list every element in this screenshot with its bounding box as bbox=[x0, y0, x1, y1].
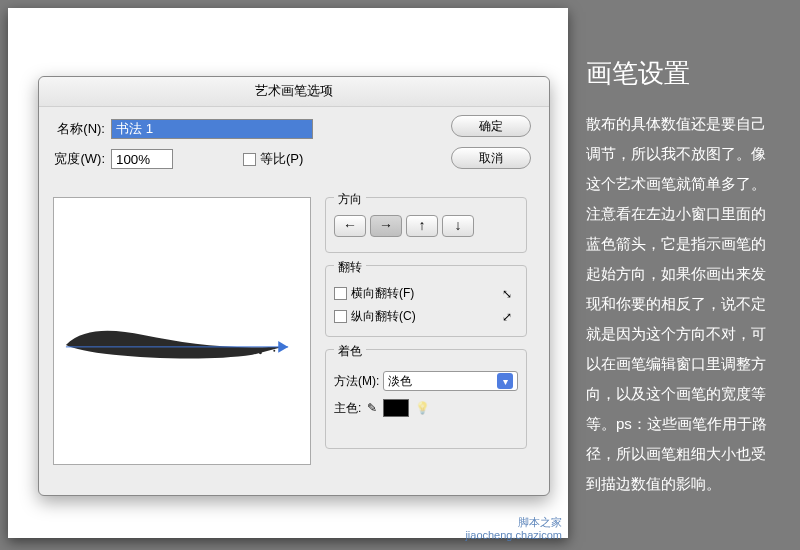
bulb-icon[interactable]: 💡 bbox=[415, 401, 430, 415]
article-sidebar: 画笔设置 散布的具体数值还是要自己调节，所以我不放图了。像这个艺术画笔就简单多了… bbox=[570, 0, 800, 550]
width-label: 宽度(W): bbox=[53, 150, 105, 168]
direction-legend: 方向 bbox=[334, 191, 366, 208]
width-input[interactable] bbox=[111, 149, 173, 169]
direction-group: 方向 ← → ↑ ↓ bbox=[325, 197, 527, 253]
method-value: 淡色 bbox=[388, 373, 412, 390]
flip-group: 翻转 横向翻转(F) ⤡ 纵向翻转(C) ⤢ bbox=[325, 265, 527, 337]
document-canvas: 艺术画笔选项 名称(N): 宽度(W): 等比(P) 确定 取消 bbox=[8, 8, 568, 538]
coloring-legend: 着色 bbox=[334, 343, 366, 360]
method-label: 方法(M): bbox=[334, 373, 379, 390]
direction-down-button[interactable]: ↓ bbox=[442, 215, 474, 237]
direction-up-button[interactable]: ↑ bbox=[406, 215, 438, 237]
svg-point-1 bbox=[259, 351, 262, 354]
flip-vert-icon: ⤢ bbox=[496, 310, 518, 324]
eyedropper-icon[interactable]: ✎ bbox=[367, 401, 377, 415]
flip-horiz-checkbox[interactable] bbox=[334, 287, 347, 300]
name-label: 名称(N): bbox=[53, 120, 105, 138]
art-brush-options-dialog: 艺术画笔选项 名称(N): 宽度(W): 等比(P) 确定 取消 bbox=[38, 76, 550, 496]
flip-legend: 翻转 bbox=[334, 259, 366, 276]
coloring-group: 着色 方法(M): 淡色 ▾ 主色: ✎ 💡 bbox=[325, 349, 527, 449]
main-color-swatch[interactable] bbox=[383, 399, 409, 417]
article-body: 散布的具体数值还是要自己调节，所以我不放图了。像这个艺术画笔就简单多了。注意看在… bbox=[586, 109, 780, 499]
direction-right-button[interactable]: → bbox=[370, 215, 402, 237]
flip-vert-checkbox[interactable] bbox=[334, 310, 347, 323]
flip-vert-label: 纵向翻转(C) bbox=[351, 308, 416, 325]
svg-point-3 bbox=[273, 350, 275, 352]
main-color-label: 主色: bbox=[334, 400, 361, 417]
watermark: 脚本之家 jiaocheng.chazicom bbox=[465, 516, 562, 542]
method-select[interactable]: 淡色 ▾ bbox=[383, 371, 518, 391]
ok-button[interactable]: 确定 bbox=[451, 115, 531, 137]
equal-ratio-checkbox[interactable] bbox=[243, 153, 256, 166]
article-title: 画笔设置 bbox=[586, 56, 780, 91]
equal-ratio-label: 等比(P) bbox=[260, 150, 303, 168]
name-input[interactable] bbox=[111, 119, 313, 139]
select-caret-icon: ▾ bbox=[497, 373, 513, 389]
dialog-title: 艺术画笔选项 bbox=[39, 77, 549, 107]
brush-preview bbox=[53, 197, 311, 465]
svg-point-2 bbox=[267, 348, 269, 350]
flip-horiz-icon: ⤡ bbox=[496, 287, 518, 301]
flip-horiz-label: 横向翻转(F) bbox=[351, 285, 414, 302]
direction-left-button[interactable]: ← bbox=[334, 215, 366, 237]
cancel-button[interactable]: 取消 bbox=[451, 147, 531, 169]
